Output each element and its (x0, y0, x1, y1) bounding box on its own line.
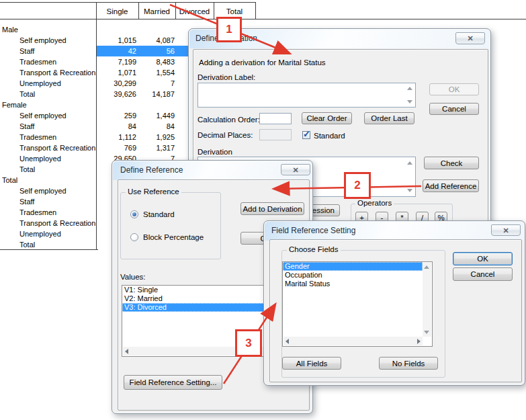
scroll-left-icon[interactable] (286, 339, 289, 344)
check-icon: ✓ (303, 129, 310, 139)
choose-fields-group-label: Choose Fields (287, 245, 341, 253)
row-label: Unemployed (19, 230, 61, 238)
derivation-label-input[interactable] (198, 83, 416, 108)
table-cell: 84 (138, 122, 175, 130)
row-label: Transport & Recreation (19, 69, 95, 77)
decimal-places-caption: Decimal Places: (198, 131, 253, 139)
scroll-left-icon[interactable] (125, 349, 128, 354)
callout-3: 3 (235, 329, 262, 357)
callout-2: 2 (344, 172, 371, 199)
scroll-up-icon[interactable] (424, 265, 429, 269)
define-reference-title: Define Reference (120, 165, 183, 175)
horizontal-scrollbar[interactable] (283, 337, 423, 345)
table-cell: 7,199 (98, 58, 136, 66)
scroll-down-icon[interactable] (424, 331, 429, 334)
row-label: Staff (19, 198, 34, 206)
table-cell: 1,112 (98, 133, 136, 141)
table-cell: 39,626 (98, 90, 136, 98)
field-list-item[interactable]: Gender (283, 262, 423, 271)
column-header-total[interactable]: Total (214, 7, 255, 15)
table-cell: 56 (138, 47, 175, 55)
table-cell: 1,554 (138, 69, 175, 77)
row-label: Total (2, 176, 17, 184)
check-button[interactable]: Check (424, 157, 479, 169)
row-label: Transport & Recreation (19, 219, 95, 227)
standard-radio-label: Standard (143, 210, 175, 218)
table-cell: 8,483 (138, 58, 175, 66)
table-cell: 769 (98, 144, 136, 152)
table-cell: 1,317 (138, 144, 175, 152)
table-cell: 84 (98, 122, 136, 130)
table-cell: 1,449 (138, 112, 175, 120)
row-label: Total (19, 165, 35, 173)
table-cell: 1,015 (98, 36, 136, 44)
add-reference-button[interactable]: Add Reference (423, 179, 479, 192)
table-cell: 1,925 (138, 133, 175, 141)
row-label: Self employed (19, 112, 67, 120)
operators-group-label: Operators (355, 199, 394, 207)
ok-button[interactable]: OK (429, 83, 479, 95)
column-header-divorced[interactable]: Divorced (175, 7, 214, 15)
scroll-down-icon[interactable] (407, 189, 412, 192)
order-last-button[interactable]: Order Last (364, 112, 414, 124)
column-header-married[interactable]: Married (138, 7, 175, 15)
row-label: Total (19, 90, 35, 98)
table-cell: 7 (138, 79, 175, 87)
field-list-item[interactable]: Marital Status (283, 280, 423, 288)
fields-listbox[interactable]: GenderOccupationMarital Status (282, 261, 433, 347)
row-label: Tradesmen (19, 133, 56, 141)
callout-1: 1 (216, 17, 242, 42)
derivation-section-caption: Derivation (198, 148, 232, 156)
table-col-divider (255, 2, 256, 19)
ok-button[interactable]: OK (453, 252, 513, 265)
row-label: Staff (19, 47, 34, 55)
table-cell: 4,087 (138, 36, 175, 44)
row-label: Self employed (19, 187, 67, 195)
row-label: Unemployed (19, 79, 61, 87)
table-cell: 14,187 (138, 90, 175, 98)
block-percentage-radio[interactable] (130, 233, 138, 241)
all-fields-button[interactable]: All Fields (282, 357, 341, 370)
column-header-single[interactable]: Single (96, 7, 138, 15)
block-percentage-radio-label: Block Percentage (143, 233, 204, 241)
standard-checkbox-label: Standard (314, 132, 345, 140)
standard-checkbox[interactable]: ✓ (302, 131, 310, 139)
row-label: Total (19, 241, 35, 249)
close-icon[interactable]: ✕ (491, 224, 521, 236)
decimal-places-input (259, 129, 292, 140)
calculation-order-input[interactable] (259, 113, 292, 124)
derivation-label-caption: Derivation Label: (198, 73, 255, 81)
standard-radio[interactable] (130, 210, 138, 218)
table-cell: 1,071 (98, 69, 136, 77)
field-list-item[interactable]: Occupation (283, 271, 423, 280)
vertical-scrollbar[interactable] (423, 263, 431, 337)
row-label: Female (2, 101, 27, 109)
row-label: Self employed (19, 36, 67, 44)
table-cell: 30,299 (98, 79, 136, 87)
no-fields-button[interactable]: No Fields (379, 357, 438, 370)
close-icon[interactable]: ✕ (281, 164, 310, 175)
field-reference-setting-title: Field Reference Setting (271, 226, 355, 235)
close-icon[interactable]: ✕ (455, 32, 485, 44)
row-label: Male (2, 26, 18, 34)
table-cell: 42 (98, 47, 136, 55)
field-reference-setting-dialog: Field Reference Setting ✕ Choose Fields … (263, 220, 525, 386)
field-reference-setting-button[interactable]: Field Reference Setting... (124, 375, 222, 390)
row-label: Tradesmen (19, 208, 56, 216)
add-to-derivation-button[interactable]: Add to Derivation (240, 202, 304, 215)
use-reference-group-label: Use Reference (126, 187, 181, 196)
derivation-intro-text: Adding a derivation for Marital Status (199, 58, 326, 67)
cancel-button[interactable]: Cancel (453, 267, 513, 281)
row-label: Tradesmen (19, 58, 56, 66)
row-label: Staff (19, 122, 34, 130)
row-label: Transport & Recreation (19, 144, 95, 152)
row-label: Unemployed (19, 155, 61, 163)
scroll-right-icon[interactable] (417, 339, 421, 344)
scroll-down-icon[interactable] (407, 100, 412, 103)
scroll-up-icon[interactable] (407, 87, 412, 90)
scroll-up-icon[interactable] (407, 161, 412, 165)
table-cell: 259 (98, 112, 136, 120)
calculation-order-caption: Calculation Order: (198, 116, 260, 124)
cancel-button[interactable]: Cancel (429, 103, 479, 115)
clear-order-button[interactable]: Clear Order (302, 112, 352, 124)
